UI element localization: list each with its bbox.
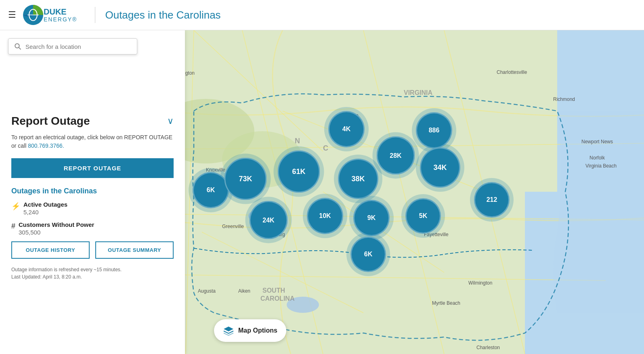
search-icon	[14, 43, 21, 50]
customers-row: # Customers Without Power 305,500	[11, 221, 174, 236]
menu-icon[interactable]: ☰	[8, 10, 16, 20]
side-panel: Report Outage ∨ To report an electrical …	[0, 30, 185, 354]
cluster-c4[interactable]: 4K	[324, 107, 369, 151]
svg-text:Greenville: Greenville	[222, 224, 244, 229]
active-outages-row: ⚡ Active Outages 5,240	[11, 201, 174, 216]
svg-line-47	[19, 48, 21, 50]
report-outage-description: To report an electrical outage, click be…	[11, 133, 174, 150]
cluster-c14[interactable]: 6K	[346, 233, 390, 276]
outages-section-title: Outages in the Carolinas	[11, 187, 174, 195]
report-outage-title: Report Outage	[11, 115, 90, 128]
cluster-inner-c9: 212	[474, 182, 510, 218]
svg-text:Virginia Beach: Virginia Beach	[585, 163, 617, 169]
logo: DUKE ENERGY®	[23, 4, 77, 25]
logo-text: DUKE ENERGY®	[44, 7, 77, 23]
report-outage-button[interactable]: REPORT OUTAGE	[11, 158, 174, 178]
svg-text:Myrtle Beach: Myrtle Beach	[432, 300, 460, 306]
svg-text:Norfolk: Norfolk	[589, 155, 605, 161]
page-title: Outages in the Carolinas	[105, 9, 220, 21]
logo-energy: ENERGY®	[44, 16, 77, 23]
cluster-inner-c6: 28K	[377, 136, 415, 175]
svg-text:Newport News: Newport News	[581, 139, 613, 145]
cluster-inner-c10: 24K	[250, 201, 288, 239]
active-outages-value: 5,240	[23, 209, 174, 216]
svg-text:SOUTH: SOUTH	[262, 287, 285, 294]
active-outages-block: Active Outages 5,240	[23, 201, 174, 216]
svg-text:VIRGINIA: VIRGINIA	[404, 89, 433, 96]
report-phone-link[interactable]: 800.769.3766.	[28, 142, 64, 149]
button-row: OUTAGE HISTORY OUTAGE SUMMARY	[11, 241, 174, 259]
map-options-button[interactable]: Map Options	[214, 319, 286, 342]
svg-text:N: N	[295, 137, 300, 145]
svg-point-46	[15, 44, 19, 48]
cluster-c3[interactable]: 61K	[274, 147, 324, 197]
cluster-inner-c5: 886	[416, 112, 452, 149]
cluster-inner-c8: 34K	[420, 147, 460, 188]
customers-block: Customers Without Power 305,500	[19, 221, 174, 236]
refresh-note: Outage information is refreshed every ~1…	[11, 266, 174, 281]
cluster-c13[interactable]: 5K	[401, 194, 445, 238]
outage-summary-button[interactable]: OUTAGE SUMMARY	[95, 241, 174, 259]
refresh-line1: Outage information is refreshed every ~1…	[11, 266, 174, 273]
hash-icon: #	[11, 222, 15, 230]
cluster-inner-c13: 5K	[405, 198, 441, 234]
cluster-inner-c14: 6K	[350, 237, 386, 272]
report-outage-header: Report Outage ∨	[11, 115, 174, 128]
lightning-icon: ⚡	[11, 202, 20, 211]
cluster-inner-c7: 38K	[338, 159, 378, 199]
svg-text:CAROLINA: CAROLINA	[260, 295, 295, 302]
refresh-line2: Last Updated: April 13, 8:20 a.m.	[11, 273, 174, 281]
layers-icon	[223, 325, 234, 336]
outage-history-button[interactable]: OUTAGE HISTORY	[11, 241, 90, 259]
cluster-inner-c12: 9K	[353, 200, 390, 236]
cluster-c9[interactable]: 212	[470, 178, 514, 222]
search-input[interactable]	[25, 43, 131, 50]
cluster-c11[interactable]: 10K	[303, 194, 347, 238]
cluster-inner-c11: 10K	[307, 198, 343, 234]
cluster-inner-c4: 4K	[328, 111, 365, 147]
customers-value: 305,500	[19, 229, 174, 236]
cluster-c8[interactable]: 34K	[416, 143, 464, 192]
cluster-c10[interactable]: 24K	[245, 197, 292, 243]
svg-marker-48	[224, 327, 233, 331]
header-divider	[95, 7, 95, 23]
svg-text:Augusta: Augusta	[198, 288, 216, 294]
active-outages-label: Active Outages	[23, 201, 174, 208]
cluster-inner-c2: 73K	[224, 158, 267, 200]
cluster-inner-c3: 61K	[278, 151, 320, 193]
logo-duke: DUKE	[44, 7, 77, 16]
header: ☰ DUKE ENERGY® Outages in the Carolinas	[0, 0, 644, 30]
svg-text:Richmond: Richmond	[553, 96, 575, 102]
side-panel-content: Report Outage ∨ To report an electrical …	[0, 105, 185, 354]
svg-text:Charlottesville: Charlottesville	[497, 69, 527, 75]
svg-text:C: C	[323, 144, 328, 152]
cluster-c2[interactable]: 73K	[220, 154, 271, 204]
svg-text:Charleston: Charleston	[476, 345, 500, 350]
duke-energy-logo-icon	[23, 4, 44, 25]
chevron-down-icon[interactable]: ∨	[167, 116, 174, 126]
map-options-label: Map Options	[238, 327, 277, 334]
svg-text:Wilmington: Wilmington	[468, 280, 492, 286]
svg-text:Aiken: Aiken	[238, 288, 250, 294]
search-bar[interactable]	[8, 38, 137, 54]
map-container: N C SOUTH CAROLINA KENTUCKY VIRGINIA Lex…	[0, 30, 644, 354]
customers-label: Customers Without Power	[19, 221, 174, 228]
